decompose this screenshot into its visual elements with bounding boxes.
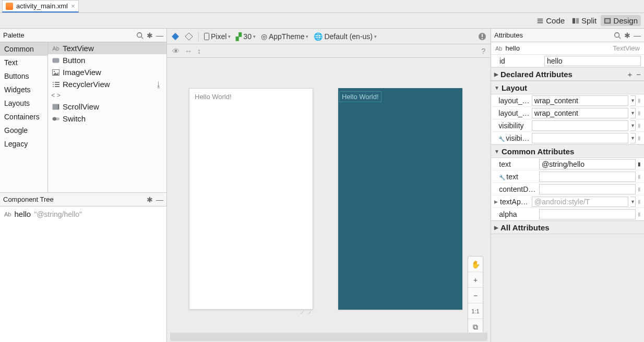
locale-selector[interactable]: 🌐 Default (en-us) ▾	[314, 32, 377, 41]
attr-flag-icon[interactable]: ▮	[638, 172, 641, 181]
palette-category-common[interactable]: Common	[0, 42, 47, 56]
attr-flag-icon[interactable]: ▮	[638, 160, 641, 169]
theme-selector[interactable]: ◎ AppTheme ▾	[261, 32, 308, 41]
svg-point-25	[615, 32, 619, 37]
attr-flag-icon[interactable]: ▮	[638, 197, 641, 206]
add-attribute-icon[interactable]: +	[627, 70, 632, 79]
help-icon[interactable]: ?	[481, 47, 485, 55]
palette-item-scrollview[interactable]: ScrollView	[48, 101, 166, 113]
attr-input-alpha[interactable]	[539, 209, 636, 219]
attr-flag-icon[interactable]: ▮	[638, 185, 641, 194]
horizontal-scrollbar[interactable]	[170, 333, 487, 341]
surface-mode-icon[interactable]	[171, 32, 180, 41]
close-tab-icon[interactable]: ×	[71, 2, 75, 10]
attr-input-text[interactable]	[539, 159, 636, 169]
chevron-down-icon: ▾	[306, 34, 308, 39]
palette-category-containers[interactable]: Containers	[0, 110, 47, 124]
svg-rect-14	[55, 86, 59, 87]
palette-minimize-icon[interactable]: —	[156, 31, 163, 40]
attr-flag-icon[interactable]: ▮	[638, 133, 641, 143]
warnings-icon[interactable]	[478, 32, 486, 41]
dropdown-icon[interactable]: ▼	[630, 95, 636, 106]
view-mode-code-label: Code	[546, 16, 565, 25]
palette-category-legacy[interactable]: Legacy	[0, 137, 47, 151]
expand-horizontal-icon[interactable]: ↔	[185, 47, 192, 55]
preview-text-design[interactable]: Hello World!	[189, 89, 313, 105]
attr-flag-icon[interactable]: ▮	[638, 96, 641, 105]
palette-search-icon[interactable]	[136, 32, 144, 39]
expand-vertical-icon[interactable]: ↕	[197, 47, 201, 55]
attr-input-tool-visibility[interactable]	[532, 133, 628, 143]
api-selector[interactable]: ▞ 30 ▾	[236, 32, 256, 41]
component-tree-minimize-icon[interactable]: —	[156, 196, 163, 204]
preview-text-blueprint[interactable]: Hello World!	[339, 91, 381, 102]
attributes-settings-icon[interactable]: ✱	[624, 31, 630, 40]
zoom-fit-button[interactable]: 1:1	[468, 303, 483, 319]
device-selector[interactable]: Pixel ▾	[204, 32, 231, 41]
view-mode-code[interactable]: Code	[533, 15, 568, 26]
dropdown-icon[interactable]: ▼	[630, 120, 636, 131]
attr-input-text-appearance[interactable]	[532, 197, 628, 207]
svg-rect-23	[482, 34, 483, 37]
dropdown-icon[interactable]: ▼	[630, 197, 636, 207]
file-tab-activity-main[interactable]: activity_main.xml ×	[2, 0, 79, 13]
section-declared-attributes[interactable]: ▶ Declared Attributes + −	[491, 67, 644, 81]
api-selector-label: 30	[243, 32, 252, 41]
palette-category-widgets[interactable]: Widgets	[0, 83, 47, 96]
attr-input-layout-height[interactable]	[532, 108, 628, 118]
attributes-minimize-icon[interactable]: —	[634, 31, 641, 40]
orientation-icon[interactable]	[185, 32, 193, 41]
component-tree-settings-icon[interactable]: ✱	[147, 196, 153, 204]
zoom-frame-button[interactable]: ⧉	[468, 319, 483, 333]
palette-item-label: Button	[63, 56, 85, 65]
textview-type-icon: Ab	[4, 211, 11, 217]
section-all-attributes[interactable]: ▶ All Attributes	[491, 221, 644, 234]
remove-attribute-icon[interactable]: −	[636, 70, 641, 79]
expand-icon[interactable]: ▶	[494, 199, 498, 204]
dropdown-icon[interactable]: ▼	[630, 133, 636, 143]
attr-input-content-description[interactable]	[539, 184, 636, 194]
attr-flag-icon[interactable]: ▮	[638, 121, 641, 130]
pan-tool-button[interactable]: ✋	[468, 256, 483, 272]
svg-rect-16	[58, 104, 59, 109]
palette-item-recyclerview[interactable]: RecyclerView⭳	[48, 78, 166, 90]
attr-label-text-appearance: textAppearance	[500, 198, 530, 206]
attr-input-tool-text[interactable]	[539, 172, 636, 182]
attr-input-id[interactable]	[544, 56, 641, 66]
design-canvas[interactable]: Hello World! ⟋⟋ Hello World! ✋ + − 1:1 ⧉	[167, 58, 491, 333]
resize-handle-icon[interactable]: ⟋⟋	[299, 308, 313, 316]
attr-input-visibility[interactable]	[532, 120, 628, 131]
palette-settings-icon[interactable]: ✱	[147, 31, 153, 40]
visibility-icon[interactable]: 👁	[172, 47, 180, 55]
section-common-attributes[interactable]: ▼ Common Attributes	[491, 144, 644, 158]
view-mode-split[interactable]: Split	[569, 15, 600, 26]
design-toolbar: Pixel ▾ ▞ 30 ▾ ◎ AppTheme ▾ 🌐 Default (e…	[167, 29, 491, 44]
zoom-out-button[interactable]: −	[468, 288, 483, 303]
attr-input-layout-width[interactable]	[532, 95, 628, 106]
attr-flag-icon[interactable]: ▮	[638, 210, 641, 219]
section-layout[interactable]: ▼ Layout	[491, 81, 644, 94]
left-column: Palette ✱ — CommonTextButtonsWidgetsLayo…	[0, 29, 167, 342]
palette-item-switch[interactable]: Switch	[48, 113, 166, 125]
palette-item-fragment[interactable]: < >	[48, 90, 166, 101]
zoom-in-button[interactable]: +	[468, 272, 483, 288]
attributes-search-icon[interactable]	[614, 32, 621, 39]
palette-category-layouts[interactable]: Layouts	[0, 96, 47, 110]
svg-rect-3	[605, 19, 610, 22]
component-tree-node-ref: "@string/hello"	[34, 210, 82, 218]
palette-item-imageview[interactable]: ImageView	[48, 66, 166, 78]
palette-category-buttons[interactable]: Buttons	[0, 69, 47, 83]
palette-item-textview[interactable]: AbTextView	[48, 42, 166, 54]
view-mode-design[interactable]: Design	[601, 15, 641, 26]
device-preview-design[interactable]: Hello World! ⟋⟋	[189, 88, 313, 310]
component-tree-node-hello[interactable]: Ab hello "@string/hello"	[4, 210, 162, 218]
device-preview-blueprint[interactable]: Hello World!	[338, 88, 462, 310]
attr-flag-icon[interactable]: ▮	[638, 108, 641, 118]
palette-category-text[interactable]: Text	[0, 56, 47, 69]
attributes-selection-row: Ab hello TextView	[491, 42, 644, 55]
dropdown-icon[interactable]: ▼	[630, 108, 636, 118]
download-icon[interactable]: ⭳	[155, 80, 162, 89]
palette-category-google[interactable]: Google	[0, 124, 47, 137]
svg-marker-20	[185, 33, 193, 40]
palette-item-button[interactable]: Button	[48, 54, 166, 66]
